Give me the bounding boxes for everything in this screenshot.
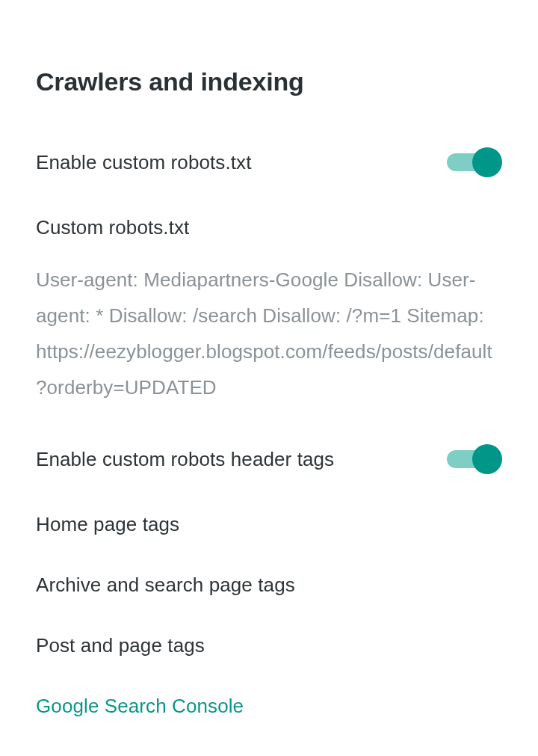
enable-header-tags-toggle[interactable] [447, 444, 502, 474]
section-title: Crawlers and indexing [36, 67, 502, 96]
enable-custom-robots-label: Enable custom robots.txt [36, 151, 252, 174]
custom-robots-block[interactable]: Custom robots.txt User-agent: Mediapartn… [36, 216, 502, 405]
enable-header-tags-row[interactable]: Enable custom robots header tags [36, 444, 502, 474]
google-search-console-link[interactable]: Google Search Console [36, 695, 502, 718]
archive-search-page-tags-item[interactable]: Archive and search page tags [36, 574, 502, 597]
custom-robots-title: Custom robots.txt [36, 216, 502, 239]
toggle-thumb [472, 444, 502, 474]
home-page-tags-item[interactable]: Home page tags [36, 513, 502, 536]
enable-custom-robots-toggle[interactable] [447, 147, 502, 177]
toggle-thumb [472, 147, 502, 177]
enable-custom-robots-row[interactable]: Enable custom robots.txt [36, 147, 502, 177]
custom-robots-body: User-agent: Mediapartners-Google Disallo… [36, 262, 502, 405]
enable-header-tags-label: Enable custom robots header tags [36, 448, 334, 471]
post-and-page-tags-item[interactable]: Post and page tags [36, 634, 502, 657]
crawlers-and-indexing-section: Crawlers and indexing Enable custom robo… [0, 0, 538, 718]
